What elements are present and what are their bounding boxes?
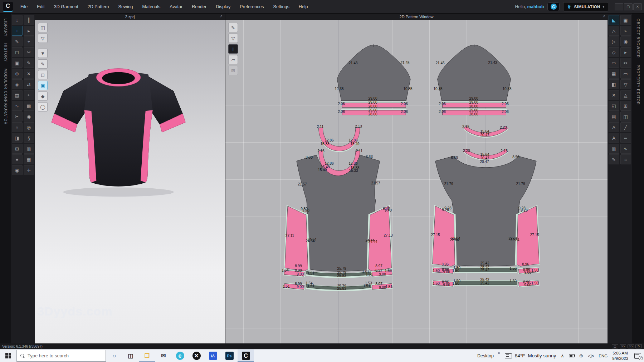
taskbar-photoshop-icon[interactable]: Ps (221, 349, 238, 362)
transform-pattern-icon[interactable]: ◣ (609, 15, 619, 25)
minimize-button[interactable]: – (615, 3, 623, 10)
pattern-sidepanel-front-left[interactable] (284, 205, 310, 271)
iron-icon[interactable]: ▭ (620, 69, 631, 79)
weather-widget[interactable]: 84°F Mostly sunny (505, 353, 556, 358)
dark-texture-icon[interactable]: ◆ (38, 91, 48, 101)
show-avatar-icon[interactable]: ◻ (38, 70, 48, 79)
measure-tape-icon[interactable]: ∿ (12, 101, 23, 111)
zipper-3d-icon[interactable]: § (24, 133, 34, 143)
menu-item[interactable]: Avatar (166, 3, 186, 11)
battery-icon[interactable] (569, 354, 575, 357)
clo-logo[interactable]: C (3, 2, 13, 12)
taskbar-search[interactable] (16, 350, 106, 362)
taskbar-clo-icon[interactable]: C (238, 349, 254, 362)
menu-item[interactable]: 3D Garment (50, 3, 82, 11)
mn-sew-icon[interactable]: ▸ (620, 47, 631, 57)
select-mesh-icon[interactable]: ▸ (24, 26, 34, 36)
notification-center-icon[interactable]: 2 (634, 353, 641, 359)
menu-item[interactable]: Sewing (114, 3, 137, 11)
fitting-suit-icon[interactable]: ≈ (24, 90, 34, 100)
pin-tool-icon[interactable]: ⊕ (12, 69, 23, 79)
texture-editor-icon[interactable]: ◫ (620, 111, 631, 122)
tray-expand-icon[interactable]: ∧ (561, 353, 564, 358)
edit-pattern-icon[interactable]: △ (609, 26, 619, 36)
elastic-icon[interactable]: ∿ (620, 144, 631, 154)
pattern-sleeve-left[interactable] (337, 44, 410, 115)
uv-map-icon[interactable]: ⊞ (12, 144, 23, 154)
2d-window-toggle[interactable]: 2D (628, 344, 634, 348)
taskbar-edge-icon[interactable]: e (172, 349, 188, 362)
sewing-machine-icon[interactable]: ▤ (12, 90, 23, 100)
gizmo-icon[interactable]: ✛ (24, 165, 34, 175)
trace-icon[interactable]: ◱ (609, 101, 619, 111)
tab-property-editor[interactable]: PROPERTY EDITOR (636, 65, 640, 105)
print-layout-icon[interactable]: ⊞ (620, 101, 631, 111)
brush-avatar-icon[interactable]: ✎ (12, 36, 23, 46)
expand-window-icon[interactable]: ↗ (220, 14, 223, 18)
grading-icon[interactable]: ◬ (620, 90, 631, 100)
fold-arrangement-icon[interactable]: ◈ (12, 79, 23, 89)
select-move-icon[interactable]: + (12, 26, 23, 36)
show-pattern-icon[interactable]: ▽ (228, 34, 238, 43)
sync-view-icon[interactable]: ↻ (635, 344, 642, 348)
start-button[interactable] (0, 349, 16, 362)
shirring-icon[interactable]: ≈ (620, 154, 631, 164)
taskbar-clock[interactable]: 5:06 AM 9/9/2023 (612, 351, 628, 361)
tab-modular-configurator[interactable]: MODULAR CONFIGURATOR (4, 69, 8, 125)
menu-item[interactable]: Help (295, 3, 312, 11)
pattern-sidepanel-front-right[interactable] (367, 205, 393, 271)
volume-muted-icon[interactable]: ◁× (588, 353, 594, 358)
button-3d-icon[interactable]: ◉ (24, 111, 34, 122)
menu-item[interactable]: File (16, 3, 31, 11)
taskbar-md-icon[interactable]: /Λ (205, 349, 221, 362)
pattern-sidepanel-back-right[interactable] (515, 205, 540, 266)
pattern-sidepanel-back-left[interactable] (431, 205, 457, 266)
polygon-pattern-icon[interactable]: ▭ (609, 58, 619, 68)
dart-icon[interactable]: ◧ (609, 79, 619, 89)
sew-free-icon[interactable]: ✎ (24, 58, 34, 68)
arrange-points-icon[interactable]: ▣ (12, 58, 23, 68)
flatten-icon[interactable]: ◨ (12, 133, 23, 143)
taskbar-mail-icon[interactable]: ✉ (155, 349, 172, 362)
3d-window-toggle[interactable]: 3D (620, 344, 626, 348)
layout-split-icon[interactable]: ◫ (612, 344, 618, 348)
tab-library[interactable]: LIBRARY (4, 19, 8, 37)
2d-canvas[interactable]: ✎▽i▱⊠ (225, 20, 608, 343)
tab-history[interactable]: HISTORY (4, 43, 8, 62)
edit-curvature-icon[interactable]: ▷ (609, 36, 619, 46)
buttonhole-icon[interactable]: ◎ (24, 122, 34, 132)
pattern-info-icon[interactable]: i (228, 44, 238, 54)
shirt-2d-icon[interactable]: ▽ (620, 79, 631, 89)
pattern-pieces[interactable] (225, 20, 608, 343)
maximize-button[interactable]: ▢ (624, 3, 633, 10)
pattern-neckband-front-1[interactable] (319, 128, 360, 152)
seam-allowance-icon[interactable]: ▤ (609, 111, 619, 122)
zipper-icon[interactable]: ≡ (12, 154, 23, 164)
cut-and-sew-icon[interactable]: ✎ (609, 154, 619, 164)
desktop-toolbar[interactable]: » Desktop (469, 353, 500, 358)
text-tool-icon[interactable]: A (609, 122, 619, 132)
detach-sew-icon[interactable]: ✂ (620, 58, 631, 68)
clo-cloud-icon[interactable]: C (547, 3, 560, 11)
scissors-icon[interactable]: ✂ (12, 111, 23, 122)
menu-item[interactable]: Materials (138, 3, 165, 11)
simulation-button[interactable]: ≫ SIMULATION ▾ (563, 2, 608, 11)
menu-item[interactable]: Render (188, 3, 210, 11)
dashline-icon[interactable]: ┅ (620, 133, 631, 143)
menu-item[interactable]: Edit (33, 3, 49, 11)
3d-viewport[interactable]: ◫▽▼✎◻▣◆◯ (35, 20, 225, 343)
search-input[interactable] (28, 353, 92, 358)
pattern-hem-back-1[interactable] (432, 267, 540, 274)
attach-pin-icon[interactable]: + (24, 36, 34, 46)
lock-pattern-icon[interactable]: ⊠ (228, 66, 238, 75)
show-fit-map-icon[interactable]: ▼ (38, 49, 48, 58)
menu-item[interactable]: 2D Pattern (84, 3, 113, 11)
free-sew-icon[interactable]: ◉ (620, 36, 631, 46)
pattern-font-icon[interactable]: A (609, 133, 619, 143)
reset-arrangement-icon[interactable]: ↓ (12, 15, 23, 25)
expand-window-icon[interactable]: ↗ (602, 14, 605, 18)
menu-item[interactable]: Display (212, 3, 234, 11)
show-garment-icon[interactable]: ◻ (12, 47, 23, 57)
add-point-icon[interactable]: ◇ (609, 47, 619, 57)
texture-roll-icon[interactable]: ▦ (24, 154, 34, 164)
